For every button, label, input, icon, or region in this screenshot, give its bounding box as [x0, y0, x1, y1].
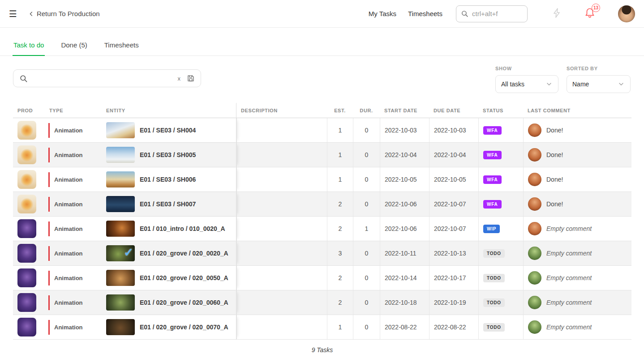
table-row[interactable]: Animation E01 / SE03 / SH004 1 0 2022-10…: [13, 118, 631, 143]
comment-cell: Done!: [523, 167, 631, 192]
entity-thumbnail[interactable]: [106, 319, 135, 335]
entity-cell: E01 / 020_grove / 020_0050_A: [103, 266, 236, 290]
comment-text: Done!: [546, 176, 563, 183]
global-search-box: [456, 5, 528, 22]
start-date-cell: 2022-10-14: [380, 266, 429, 290]
entity-name: E01 / 010_intro / 010_0020_A: [140, 225, 225, 232]
task-type-label: Animation: [48, 246, 83, 261]
user-avatar[interactable]: [618, 5, 635, 22]
entity-thumbnail[interactable]: [106, 270, 135, 286]
status-cell: WFA: [478, 192, 523, 216]
comment-cell: Empty comment: [523, 290, 631, 315]
entity-cell: E01 / 020_grove / 020_0070_A: [103, 315, 236, 339]
task-search-input[interactable]: [32, 75, 172, 82]
table-row[interactable]: Animation E01 / SE03 / SH007 2 0 2022-10…: [13, 192, 631, 217]
estimation-value: 1: [339, 151, 342, 158]
due-date-cell: 2022-10-03: [429, 118, 478, 142]
entity-thumbnail[interactable]: [106, 294, 135, 311]
table-row[interactable]: Animation E01 / SE03 / SH005 1 0 2022-10…: [13, 143, 631, 167]
type-cell: Animation: [45, 315, 103, 339]
entity-name: E01 / 020_grove / 020_0060_A: [140, 299, 228, 306]
comment-text: Empty comment: [546, 324, 592, 331]
table-row[interactable]: Animation ✓ E01 / 020_grove / 020_0020_A…: [13, 241, 631, 266]
table-row[interactable]: Animation E01 / 020_grove / 020_0070_A 1…: [13, 315, 631, 340]
header-last-comment: LAST COMMENT: [523, 103, 631, 118]
header-start-date: START DATE: [380, 103, 429, 118]
show-select[interactable]: All tasks: [495, 75, 558, 93]
comment-cell: Done!: [523, 192, 631, 216]
table-row[interactable]: Animation E01 / 010_intro / 010_0020_A 2…: [13, 217, 631, 241]
prod-cell: [13, 266, 45, 290]
description-cell: [236, 167, 327, 192]
start-date-cell: 2022-10-06: [380, 217, 429, 241]
entity-name: E01 / SE03 / SH006: [140, 176, 196, 183]
task-table-body: Animation E01 / SE03 / SH004 1 0 2022-10…: [13, 118, 631, 340]
global-search-input[interactable]: [472, 10, 523, 17]
prod-thumbnail: [17, 318, 36, 336]
table-row[interactable]: Animation E01 / SE03 / SH006 1 0 2022-10…: [13, 167, 631, 192]
show-filter-group: SHOW All tasks: [495, 66, 558, 93]
save-search-button[interactable]: [187, 74, 195, 82]
entity-thumbnail[interactable]: [106, 196, 135, 212]
nav-my-tasks[interactable]: My Tasks: [369, 10, 396, 17]
task-type-label: Animation: [48, 197, 83, 212]
estimation-cell: 1: [327, 167, 353, 192]
back-label: Return To Production: [37, 10, 100, 17]
entity-cell: ✓ E01 / 020_grove / 020_0020_A: [103, 241, 236, 265]
duration-cell: 0: [353, 118, 380, 142]
nav-timesheets[interactable]: Timesheets: [408, 10, 442, 17]
entity-thumbnail[interactable]: ✓: [106, 245, 135, 261]
entity-thumbnail[interactable]: [106, 147, 135, 163]
due-date-cell: 2022-10-05: [429, 167, 478, 192]
type-cell: Animation: [45, 192, 103, 216]
comment-avatar: [528, 148, 541, 162]
estimation-cell: 3: [327, 241, 353, 265]
duration-value: 0: [365, 127, 369, 134]
tab-task-to-do[interactable]: Task to do: [13, 35, 45, 56]
due-date-value: 2022-08-22: [434, 324, 466, 331]
comment-avatar: [528, 173, 541, 186]
due-date-cell: 2022-10-07: [429, 192, 478, 216]
status-cell: TODO: [478, 266, 523, 290]
clear-search-button[interactable]: x: [176, 75, 183, 82]
duration-cell: 0: [353, 192, 380, 216]
status-badge: TODO: [483, 274, 505, 282]
status-badge: TODO: [483, 323, 505, 332]
duration-value: 0: [365, 299, 369, 306]
due-date-value: 2022-10-03: [434, 127, 466, 134]
prod-cell: [13, 118, 45, 142]
estimation-value: 1: [339, 176, 342, 183]
estimation-cell: 2: [327, 290, 353, 315]
start-date-value: 2022-10-05: [385, 176, 417, 183]
comment-text: Done!: [546, 200, 563, 208]
tab-done[interactable]: Done (5): [60, 35, 88, 55]
entity-thumbnail[interactable]: [106, 122, 135, 138]
status-cell: WFA: [478, 118, 523, 142]
start-date-value: 2022-10-14: [385, 274, 417, 281]
entity-thumbnail[interactable]: [106, 221, 135, 237]
notifications-badge: 13: [592, 4, 600, 12]
estimation-value: 1: [339, 324, 342, 331]
comment-avatar: [528, 320, 541, 334]
hamburger-menu-button[interactable]: ☰: [9, 9, 17, 18]
entity-thumbnail[interactable]: [106, 171, 135, 187]
table-row[interactable]: Animation E01 / 020_grove / 020_0050_A 2…: [13, 266, 631, 290]
back-to-production-link[interactable]: Return To Production: [28, 10, 100, 17]
start-date-value: 2022-08-22: [385, 324, 417, 331]
entity-name: E01 / SE03 / SH005: [140, 151, 196, 158]
quick-action-button[interactable]: [552, 8, 562, 20]
tab-timesheets[interactable]: Timesheets: [103, 35, 140, 55]
comment-cell: Empty comment: [523, 217, 631, 241]
entity-cell: E01 / SE03 / SH006: [103, 167, 236, 192]
type-cell: Animation: [45, 143, 103, 167]
description-cell: [236, 118, 327, 142]
show-select-value: All tasks: [501, 81, 524, 88]
header-status: STATUS: [478, 103, 523, 118]
header-type: TYPE: [45, 103, 103, 118]
start-date-cell: 2022-10-03: [380, 118, 429, 142]
notifications-button[interactable]: 13: [584, 7, 596, 21]
start-date-cell: 2022-08-22: [380, 315, 429, 339]
status-badge: TODO: [483, 298, 505, 307]
table-row[interactable]: Animation E01 / 020_grove / 020_0060_A 2…: [13, 290, 631, 315]
sort-select[interactable]: Name: [567, 75, 631, 93]
